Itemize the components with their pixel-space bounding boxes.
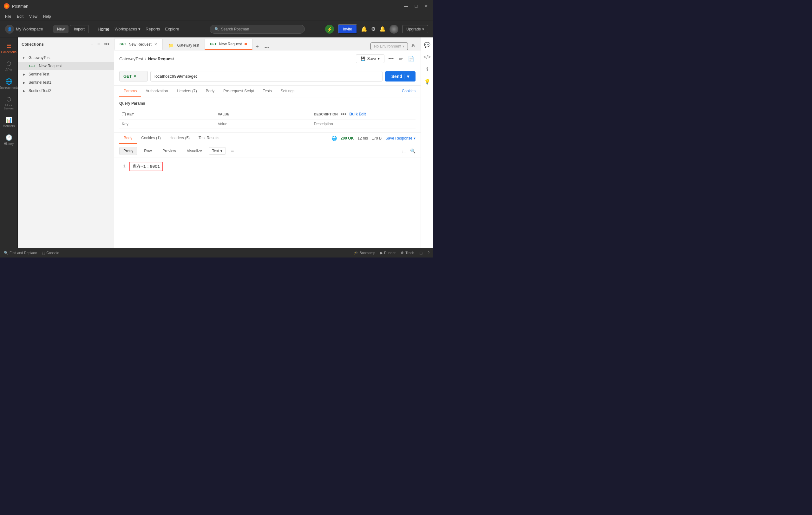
eye-icon[interactable]: 👁 xyxy=(410,43,415,49)
code-snippet-icon[interactable]: </> xyxy=(422,52,433,62)
sidebar-item-apis[interactable]: ⬡ APIs xyxy=(1,58,17,74)
format-tab-visualize[interactable]: Visualize xyxy=(183,147,206,155)
nav-explore[interactable]: Explore xyxy=(165,27,179,31)
method-value: GET xyxy=(123,74,132,79)
menu-file[interactable]: File xyxy=(3,13,13,19)
search-response-button[interactable]: 🔍 xyxy=(410,148,415,153)
tab-tests[interactable]: Tests xyxy=(259,86,276,97)
sidebar-item-collections[interactable]: ☰ Collections xyxy=(1,40,17,56)
comments-icon[interactable]: 💬 xyxy=(422,40,432,50)
format-tab-pretty[interactable]: Pretty xyxy=(119,147,137,155)
collection-item-sentineltest2[interactable]: ▶ SentinelTest2 xyxy=(18,87,114,95)
collection-item-sentineltest[interactable]: ▶ SentinelTest xyxy=(18,70,114,78)
tab-body[interactable]: Body xyxy=(201,86,219,97)
collection-more-icon[interactable]: ••• xyxy=(104,40,110,48)
resp-tab-test-results[interactable]: Test Results xyxy=(194,132,224,144)
response-size: 179 B xyxy=(372,136,382,141)
user-avatar: 👤 xyxy=(5,25,14,34)
edit-icon[interactable]: ✏ xyxy=(398,55,404,63)
minimize-button[interactable]: — xyxy=(403,3,409,8)
sidebar-item-history[interactable]: 🕐 History xyxy=(1,131,17,148)
titlebar-left: 🔶 Postman xyxy=(4,3,28,9)
fork-icon[interactable]: 🔔 xyxy=(361,26,367,32)
filter-icon[interactable]: ≡ xyxy=(97,40,101,48)
collection-item-gatewaytest[interactable]: ▾ GatewayTest xyxy=(18,54,114,62)
menu-help[interactable]: Help xyxy=(40,13,54,19)
description-header-actions: DESCRIPTION ••• Bulk Edit xyxy=(314,111,413,118)
cookies-link[interactable]: Cookies xyxy=(402,86,415,97)
find-replace-button[interactable]: 🔍 Find and Replace xyxy=(4,251,37,255)
lightbulb-icon[interactable]: 💡 xyxy=(422,77,432,87)
format-type-selector[interactable]: Text ▾ xyxy=(209,147,226,155)
collection-item-sentineltest1[interactable]: ▶ SentinelTest1 xyxy=(18,78,114,87)
maximize-button[interactable]: □ xyxy=(413,3,419,8)
tab-authorization[interactable]: Authorization xyxy=(141,86,172,97)
collection-name: GatewayTest xyxy=(29,56,110,60)
tab-more-button[interactable]: ••• xyxy=(262,45,272,50)
tab-gatewaytest[interactable]: 📁 GatewayTest xyxy=(163,40,205,50)
bootcamp-button[interactable]: 🎓 Bootcamp xyxy=(354,251,376,255)
console-button[interactable]: ⬚ Console xyxy=(42,251,59,255)
url-input[interactable] xyxy=(150,71,382,82)
key-input[interactable] xyxy=(122,122,213,126)
tab-settings[interactable]: Settings xyxy=(276,86,299,97)
tab-headers[interactable]: Headers (7) xyxy=(172,86,201,97)
tab-get-new-request-1[interactable]: GET New Request ✕ xyxy=(114,39,163,50)
titlebar: 🔶 Postman — □ ✕ xyxy=(0,0,433,12)
globe-icon[interactable]: 🌐 xyxy=(331,136,337,141)
tab-get-new-request-2[interactable]: GET New Request xyxy=(205,39,253,50)
more-options-button[interactable]: ••• xyxy=(387,55,395,63)
notifications-icon[interactable]: 🔔 xyxy=(379,26,386,32)
import-button[interactable]: Import xyxy=(70,25,89,33)
settings-icon[interactable]: ⚙ xyxy=(371,26,376,32)
help-button[interactable]: ? xyxy=(428,251,430,255)
close-button[interactable]: ✕ xyxy=(423,3,430,8)
collections-panel: Collections + ≡ ••• ▾ GatewayTest GET Ne… xyxy=(18,37,114,248)
layout-button[interactable]: ⬚ xyxy=(419,251,423,255)
resp-tab-cookies[interactable]: Cookies (1) xyxy=(137,132,165,144)
trash-button[interactable]: 🗑 Trash xyxy=(401,251,414,255)
nav-home[interactable]: Home xyxy=(98,27,110,32)
invite-button[interactable]: Invite xyxy=(338,24,357,34)
info-icon[interactable]: ℹ xyxy=(425,64,430,74)
sidebar-item-environments[interactable]: 🌐 Environments xyxy=(1,75,17,92)
request-item-new-request[interactable]: GET New Request xyxy=(18,62,114,70)
sidebar-item-mock-servers[interactable]: ⬡ Mock Servers xyxy=(1,93,17,113)
sidebar-item-monitors[interactable]: 📊 Monitors xyxy=(1,114,17,130)
bulk-edit-button[interactable]: Bulk Edit xyxy=(350,112,366,116)
tab-pre-request-script[interactable]: Pre-request Script xyxy=(219,86,259,97)
breadcrumb: GatewayTest / New Request xyxy=(119,56,174,61)
save-button[interactable]: 💾 Save ▾ xyxy=(356,54,384,63)
send-button[interactable]: Send ▾ xyxy=(385,71,415,82)
doc-icon[interactable]: 📄 xyxy=(407,55,415,63)
tab-params[interactable]: Params xyxy=(119,86,141,97)
value-input[interactable] xyxy=(218,122,309,126)
trash-label: Trash xyxy=(405,251,414,255)
search-box[interactable]: 🔍 Search Postman xyxy=(210,25,305,34)
description-input[interactable] xyxy=(314,122,413,126)
tab-close-button[interactable]: ✕ xyxy=(154,42,157,47)
save-response-button[interactable]: Save Response ▾ xyxy=(385,136,415,141)
add-collection-button[interactable]: + xyxy=(90,40,94,48)
format-tab-raw[interactable]: Raw xyxy=(140,147,156,155)
nav-reports[interactable]: Reports xyxy=(146,27,160,31)
runner-button[interactable]: ▶ Runner xyxy=(380,251,396,255)
format-tab-preview[interactable]: Preview xyxy=(158,147,180,155)
method-selector[interactable]: GET ▾ xyxy=(119,71,148,82)
nav-workspaces[interactable]: Workspaces ▾ xyxy=(115,27,141,31)
environment-selector[interactable]: No Environment ▾ xyxy=(371,42,408,50)
resp-tab-body[interactable]: Body xyxy=(119,132,137,144)
upgrade-button[interactable]: Upgrade ▾ xyxy=(402,25,428,33)
more-params-icon[interactable]: ••• xyxy=(340,111,347,118)
user-profile-avatar[interactable] xyxy=(389,25,398,34)
new-button[interactable]: New xyxy=(53,25,68,33)
word-wrap-button[interactable]: ≡ xyxy=(228,147,236,155)
tab-add-button[interactable]: + xyxy=(253,43,262,50)
response-line-1: 1 库存-1：9001 xyxy=(119,162,415,171)
key-checkbox[interactable] xyxy=(122,112,125,116)
menu-edit[interactable]: Edit xyxy=(14,13,26,19)
resp-tab-headers[interactable]: Headers (5) xyxy=(165,132,194,144)
menu-view[interactable]: View xyxy=(27,13,40,19)
method-chevron-icon: ▾ xyxy=(134,74,136,79)
copy-response-button[interactable]: ⬚ xyxy=(402,148,406,153)
